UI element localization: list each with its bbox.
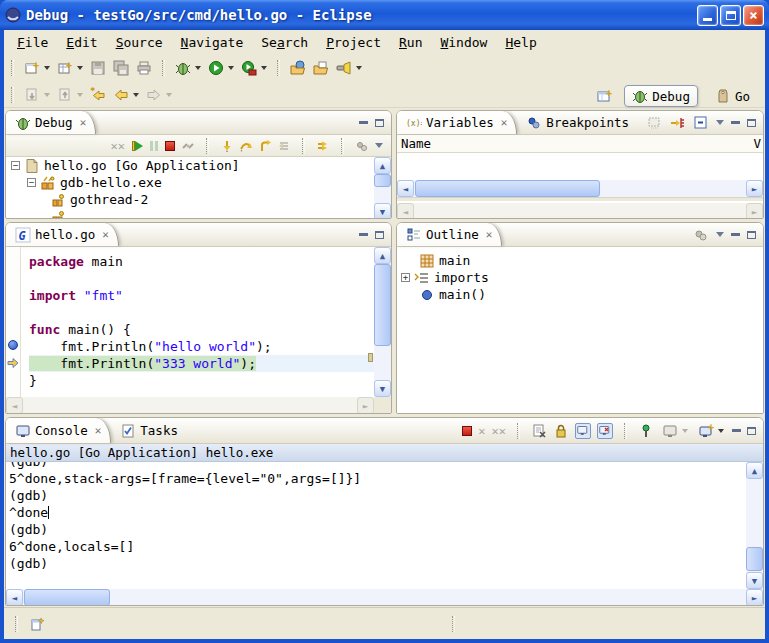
statusbar-handle[interactable] xyxy=(15,616,18,632)
terminate-icon[interactable] xyxy=(462,426,472,436)
close-button[interactable]: × xyxy=(743,5,764,26)
link-with-editor-icon[interactable] xyxy=(693,227,709,243)
minimize-view-icon[interactable] xyxy=(731,121,740,124)
show-type-names-icon[interactable] xyxy=(647,115,663,131)
close-icon[interactable]: ✕ xyxy=(501,116,508,129)
pin-console-icon[interactable] xyxy=(638,423,654,439)
variables-detail-pane[interactable]: ◄ ► xyxy=(397,201,763,219)
minimize-view-icon[interactable] xyxy=(359,233,368,236)
remove-all-launches-icon[interactable]: ✕✕ xyxy=(492,425,506,437)
scroll-up-arrow[interactable]: ▲ xyxy=(374,157,391,174)
tab-tasks[interactable]: Tasks xyxy=(111,418,187,443)
menu-navigate[interactable]: Navigate xyxy=(172,33,253,52)
console-output[interactable]: (gdb) 5^done,stack-args=[frame={level="0… xyxy=(6,462,763,589)
tab-hello-go[interactable]: G hello.go ✕ xyxy=(6,223,119,246)
perspective-go-button[interactable]: Go xyxy=(708,86,757,106)
open-folder-icon[interactable] xyxy=(311,58,331,78)
maximize-view-icon[interactable] xyxy=(375,119,384,127)
disconnect-icon[interactable] xyxy=(182,140,194,152)
clear-console-icon[interactable] xyxy=(531,423,547,439)
tab-debug[interactable]: Debug ✕ xyxy=(6,111,96,134)
view-menu-icon[interactable] xyxy=(716,120,724,125)
menu-source[interactable]: Source xyxy=(107,33,172,52)
scroll-up-arrow[interactable]: ▲ xyxy=(374,247,391,264)
overview-ruler-marker[interactable] xyxy=(368,353,373,362)
scroll-thumb[interactable] xyxy=(374,174,391,187)
collapse-expander[interactable]: − xyxy=(27,178,36,187)
tab-outline[interactable]: Outline ✕ xyxy=(397,223,502,246)
scroll-thumb[interactable] xyxy=(415,180,600,197)
menu-search[interactable]: Search xyxy=(252,33,317,52)
scroll-left-arrow[interactable]: ◄ xyxy=(6,589,23,606)
terminate-icon[interactable] xyxy=(165,141,175,151)
column-name[interactable]: Name xyxy=(401,136,431,151)
console-vertical-scrollbar[interactable]: ▲ ▼ xyxy=(746,462,763,589)
show-stderr-icon[interactable] xyxy=(597,423,613,439)
maximize-view-icon[interactable] xyxy=(747,119,756,127)
scroll-right-arrow[interactable]: ► xyxy=(746,589,763,606)
drop-to-frame-icon[interactable] xyxy=(278,140,290,152)
suspend-icon[interactable] xyxy=(150,141,158,151)
scroll-up-arrow[interactable]: ▲ xyxy=(746,462,763,479)
menu-project[interactable]: Project xyxy=(317,33,390,52)
collapse-expander[interactable]: − xyxy=(11,161,20,170)
new-file-icon[interactable]: + xyxy=(55,58,85,78)
tree-row[interactable]: − hello.go [Go Application] xyxy=(6,157,391,174)
close-icon[interactable]: ✕ xyxy=(80,116,87,129)
resume-icon[interactable] xyxy=(132,141,143,151)
outline-item-imports[interactable]: + imports xyxy=(401,269,763,286)
titlebar[interactable]: Debug - testGo/src/cmd/hello.go - Eclips… xyxy=(0,0,769,30)
tree-row[interactable]: gothread-2 xyxy=(6,191,391,208)
scroll-down-arrow[interactable]: ▼ xyxy=(374,380,391,397)
scroll-right-arrow[interactable]: ► xyxy=(746,180,763,197)
tree-row-clipped[interactable] xyxy=(6,208,391,219)
menu-file[interactable]: File xyxy=(8,33,57,52)
prev-annotation-icon[interactable] xyxy=(55,85,85,105)
scroll-thumb[interactable] xyxy=(746,547,763,571)
scroll-lock-icon[interactable] xyxy=(553,423,569,439)
remove-launch-icon[interactable]: ✕ xyxy=(478,425,485,437)
close-icon[interactable]: ✕ xyxy=(95,424,102,437)
open-console-icon[interactable]: + xyxy=(696,421,726,441)
menu-edit[interactable]: Edit xyxy=(57,33,106,52)
column-value-partial[interactable]: V xyxy=(753,136,761,151)
tab-console[interactable]: Console ✕ xyxy=(6,418,111,443)
statusbar-handle[interactable] xyxy=(452,616,455,632)
scroll-thumb[interactable] xyxy=(24,589,110,606)
last-edit-location-icon[interactable]: * xyxy=(88,85,108,105)
collapse-all-icon[interactable] xyxy=(693,115,709,131)
show-logical-structure-icon[interactable] xyxy=(670,115,686,131)
toolbar-handle[interactable] xyxy=(277,60,280,76)
step-into-icon[interactable] xyxy=(221,140,233,152)
minimize-button[interactable] xyxy=(697,5,718,26)
open-perspective-icon[interactable]: + xyxy=(594,86,614,106)
menu-run[interactable]: Run xyxy=(390,33,431,52)
back-icon[interactable] xyxy=(111,85,141,105)
tab-breakpoints[interactable]: Breakpoints xyxy=(517,111,638,134)
breakpoint-marker[interactable] xyxy=(8,340,18,350)
editor-code[interactable]: package main import "fmt" func main() { … xyxy=(22,247,374,397)
remove-terminated-icon[interactable]: ✕✕ xyxy=(111,140,125,152)
step-over-icon[interactable] xyxy=(240,140,252,152)
external-tools-icon[interactable] xyxy=(239,58,269,78)
outline-item-main-func[interactable]: main() xyxy=(401,286,763,303)
minimize-view-icon[interactable] xyxy=(359,121,368,124)
editor-vertical-scrollbar[interactable]: ▲ ▼ xyxy=(374,247,391,397)
scroll-left-arrow[interactable]: ◄ xyxy=(397,180,414,197)
display-console-icon[interactable] xyxy=(660,421,690,441)
editor-area[interactable]: package main import "fmt" func main() { … xyxy=(6,247,391,414)
fast-view-icon[interactable] xyxy=(29,616,45,632)
tree-row[interactable]: − gdb-hello.exe xyxy=(6,174,391,191)
debug-icon[interactable] xyxy=(173,58,203,78)
save-icon[interactable] xyxy=(88,58,108,78)
toolbar-handle[interactable] xyxy=(11,87,14,103)
debug-view-misc-icon[interactable] xyxy=(356,140,368,152)
minimize-view-icon[interactable] xyxy=(731,233,740,236)
close-icon[interactable]: ✕ xyxy=(486,228,493,241)
step-return-icon[interactable] xyxy=(259,140,271,152)
step-filters-icon[interactable] xyxy=(317,140,329,152)
toolbar-handle[interactable] xyxy=(11,60,14,76)
scroll-thumb[interactable] xyxy=(374,264,391,346)
run-icon[interactable] xyxy=(206,58,236,78)
menu-help[interactable]: Help xyxy=(496,33,545,52)
